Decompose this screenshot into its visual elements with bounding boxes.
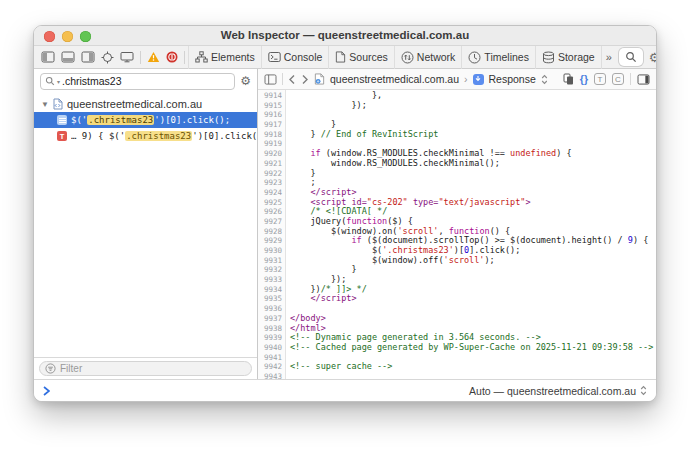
line-number: 9936 xyxy=(258,304,282,314)
type-profiler-button[interactable]: T xyxy=(594,73,606,85)
code-lines: }, }); } } // End of RevInitScript if (w… xyxy=(286,90,656,379)
breadcrumb[interactable]: queenstreetmedical.com.au xyxy=(330,73,459,85)
search-results-tree: ▼ queenstreetmedical.com.au $('.christma… xyxy=(34,93,257,357)
line-number: 9922 xyxy=(258,169,282,179)
tab-sources[interactable]: Sources xyxy=(329,46,395,69)
toolbar-divider xyxy=(140,51,141,64)
search-icon xyxy=(45,76,55,86)
line-number: 9921 xyxy=(258,159,282,169)
match-highlight: .christmas23 xyxy=(87,115,154,125)
device-settings-button[interactable] xyxy=(117,48,137,67)
search-result-row[interactable]: $('.christmas23')[0].click(); xyxy=(34,112,257,128)
tab-label: Storage xyxy=(558,51,595,63)
code-line: </body> xyxy=(290,314,656,324)
match-highlight: .christmas23 xyxy=(125,131,192,141)
filter-input[interactable] xyxy=(60,363,246,374)
tab-console[interactable]: Console xyxy=(262,46,330,69)
line-number: 9932 xyxy=(258,265,282,275)
line-number: 9931 xyxy=(258,256,282,266)
content-navigation-bar: queenstreetmedical.com.au › Response {} … xyxy=(258,69,656,90)
toggle-left-sidebar-button[interactable] xyxy=(38,48,58,67)
toggle-right-sidebar-button[interactable] xyxy=(78,48,98,67)
gear-icon: ⚙ xyxy=(649,51,657,64)
popup-stepper-icon xyxy=(541,74,548,85)
navbar-divider xyxy=(282,73,283,85)
toggle-sidebar-button[interactable] xyxy=(264,74,277,85)
document-code-icon xyxy=(53,98,63,110)
code-line: } // End of RevInitScript xyxy=(290,130,656,140)
line-number: 9918 xyxy=(258,130,282,140)
code-coverage-button[interactable]: C xyxy=(612,73,624,85)
tab-storage[interactable]: Storage xyxy=(536,46,602,69)
panel-left-icon xyxy=(41,51,55,63)
line-number: 9941 xyxy=(258,353,282,363)
line-number: 9915 xyxy=(258,101,282,111)
back-button[interactable] xyxy=(288,74,296,85)
search-input[interactable] xyxy=(62,75,230,87)
response-mode-select[interactable]: Response xyxy=(489,73,536,85)
quick-console-bar[interactable]: Auto — queenstreetmedical.com.au xyxy=(34,379,656,401)
pretty-print-button[interactable]: {} xyxy=(580,73,588,85)
filter-field[interactable] xyxy=(39,361,252,376)
main-toolbar: ElementsConsoleSourcesNetworkTimelinesSt… xyxy=(34,46,656,69)
console-prompt-icon xyxy=(43,386,50,396)
line-number: 9938 xyxy=(258,324,282,334)
toggle-details-sidebar-button[interactable] xyxy=(637,74,650,85)
line-number: 9928 xyxy=(258,227,282,237)
errors-button[interactable] xyxy=(163,48,181,67)
tab-timelines[interactable]: Timelines xyxy=(462,46,536,69)
line-number: 9937 xyxy=(258,314,282,324)
popup-stepper-icon xyxy=(640,385,647,396)
script-lines-icon xyxy=(57,115,67,125)
content-area: ▾ ⚙ ▼ queenstreetmedical.com.au $('.chri… xyxy=(34,69,656,379)
panel-right-icon xyxy=(81,51,95,63)
toggle-bottom-panel-button[interactable] xyxy=(58,48,78,67)
inspector-settings-button[interactable]: ⚙ xyxy=(646,48,657,67)
more-tabs-button[interactable]: » xyxy=(602,48,616,67)
line-number-gutter: 9914991599169917991899199920992199229923… xyxy=(258,90,286,379)
line-number: 9934 xyxy=(258,285,282,295)
domain-tree-row[interactable]: ▼ queenstreetmedical.com.au xyxy=(34,96,257,112)
display-icon xyxy=(120,51,134,63)
code-line: <!-- Cached page generated by WP-Super-C… xyxy=(290,343,656,353)
search-icon xyxy=(625,51,637,63)
forward-button[interactable] xyxy=(301,74,309,85)
line-number: 9940 xyxy=(258,343,282,353)
line-number: 9914 xyxy=(258,91,282,101)
filter-icon xyxy=(45,363,56,374)
toolbar-divider xyxy=(184,51,185,64)
line-number: 9942 xyxy=(258,362,282,372)
window-title: Web Inspector — queenstreetmedical.com.a… xyxy=(34,29,656,41)
text-match-icon: T xyxy=(57,131,67,141)
navbar-divider xyxy=(630,73,631,85)
result-text: $('.christmas23')[0].click(); xyxy=(71,115,230,125)
sources-icon xyxy=(335,51,346,63)
inspect-element-button[interactable] xyxy=(98,48,117,67)
search-settings-gear-icon[interactable]: ⚙ xyxy=(240,75,251,87)
copy-button[interactable] xyxy=(563,73,574,85)
toolbar-tabs: ElementsConsoleSourcesNetworkTimelinesSt… xyxy=(188,46,602,69)
search-results: $('.christmas23')[0].click();T… 9) { $('… xyxy=(34,112,257,144)
resource-document-icon xyxy=(314,73,325,85)
tab-label: Sources xyxy=(349,51,388,63)
sidebar-search-row: ▾ ⚙ xyxy=(34,69,257,93)
execution-context-select[interactable]: Auto — queenstreetmedical.com.au xyxy=(469,385,636,397)
disclosure-triangle-icon[interactable]: ▼ xyxy=(41,100,49,109)
code-line: window.RS_MODULES.checkMinimal(); xyxy=(290,159,656,169)
search-result-row[interactable]: T… 9) { $('.christmas23')[0].click(); $(… xyxy=(34,128,257,144)
tab-network[interactable]: Network xyxy=(395,46,463,69)
code-line xyxy=(290,372,656,379)
tab-search[interactable] xyxy=(619,48,643,66)
title-bar[interactable]: Web Inspector — queenstreetmedical.com.a… xyxy=(34,26,656,46)
tab-label: Network xyxy=(417,51,456,63)
result-text: … 9) { $('.christmas23')[0].click(); $(w… xyxy=(71,131,257,141)
warning-icon xyxy=(147,51,160,63)
code-line: } xyxy=(290,169,656,179)
tab-elements[interactable]: Elements xyxy=(188,46,262,69)
breadcrumb-separator: › xyxy=(464,73,468,85)
warnings-button[interactable] xyxy=(144,48,163,67)
code-line: <!-- super cache --> xyxy=(290,362,656,372)
search-field[interactable]: ▾ xyxy=(40,73,235,90)
network-icon xyxy=(401,51,414,64)
source-code-view[interactable]: 9914991599169917991899199920992199229923… xyxy=(258,90,656,379)
